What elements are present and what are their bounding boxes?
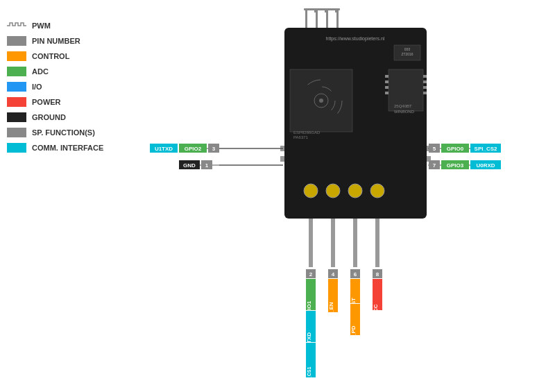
svg-rect-22 bbox=[385, 75, 388, 78]
svg-text:1: 1 bbox=[205, 162, 209, 169]
svg-rect-6 bbox=[314, 8, 316, 12]
svg-text:CH_EN: CH_EN bbox=[328, 302, 334, 321]
svg-text:6: 6 bbox=[354, 271, 357, 278]
svg-rect-29 bbox=[423, 92, 427, 94]
svg-text:7: 7 bbox=[433, 162, 436, 169]
svg-text:CH_PD: CH_PD bbox=[350, 325, 357, 344]
svg-text:PA6371: PA6371 bbox=[293, 135, 309, 139]
svg-point-34 bbox=[348, 184, 362, 198]
svg-text:ZT2016: ZT2016 bbox=[401, 52, 413, 56]
svg-rect-24 bbox=[385, 86, 388, 89]
svg-rect-7 bbox=[325, 8, 327, 12]
svg-rect-37 bbox=[280, 156, 284, 162]
svg-rect-8 bbox=[335, 8, 337, 12]
svg-text:U1TXD: U1TXD bbox=[155, 146, 173, 152]
svg-rect-26 bbox=[423, 75, 427, 78]
svg-text:8: 8 bbox=[376, 271, 379, 278]
svg-text:VCC: VCC bbox=[373, 304, 379, 316]
svg-rect-23 bbox=[385, 80, 388, 83]
svg-text:GPIO3: GPIO3 bbox=[447, 162, 464, 169]
svg-text:WINBOND: WINBOND bbox=[394, 110, 415, 114]
svg-text:SPI_CS2: SPI_CS2 bbox=[475, 146, 497, 152]
svg-rect-42 bbox=[353, 219, 357, 267]
svg-rect-40 bbox=[309, 219, 313, 267]
svg-text:GPIO2: GPIO2 bbox=[185, 146, 202, 152]
svg-rect-25 bbox=[385, 92, 388, 94]
svg-rect-28 bbox=[423, 86, 427, 89]
main-svg: https://www.studiopieters.nl 000 ZT2016 … bbox=[0, 0, 555, 392]
svg-rect-41 bbox=[331, 219, 335, 267]
svg-rect-43 bbox=[375, 219, 379, 267]
svg-text:3: 3 bbox=[212, 146, 216, 152]
svg-text:2: 2 bbox=[309, 271, 313, 278]
svg-text:5: 5 bbox=[433, 146, 436, 152]
svg-text:ESP8266GAD: ESP8266GAD bbox=[293, 130, 321, 135]
svg-text:000: 000 bbox=[404, 47, 411, 51]
svg-text:U0RXD: U0RXD bbox=[476, 162, 495, 169]
svg-rect-27 bbox=[423, 80, 427, 83]
svg-point-18 bbox=[319, 99, 323, 103]
svg-text:SPI_CS1: SPI_CS1 bbox=[307, 366, 311, 386]
svg-text:GPIO0: GPIO0 bbox=[447, 146, 464, 152]
svg-point-33 bbox=[326, 184, 340, 198]
svg-text:25Q40BT: 25Q40BT bbox=[394, 104, 412, 108]
svg-text:4: 4 bbox=[332, 271, 335, 278]
svg-text:https://www.studiopieters.nl: https://www.studiopieters.nl bbox=[326, 36, 385, 42]
svg-point-35 bbox=[370, 184, 384, 198]
diagram: PWM PIN NUMBER CONTROL ADC I/O POWER bbox=[0, 0, 555, 392]
svg-text:GND: GND bbox=[183, 162, 196, 169]
svg-point-32 bbox=[304, 184, 318, 198]
svg-rect-4 bbox=[304, 8, 340, 10]
